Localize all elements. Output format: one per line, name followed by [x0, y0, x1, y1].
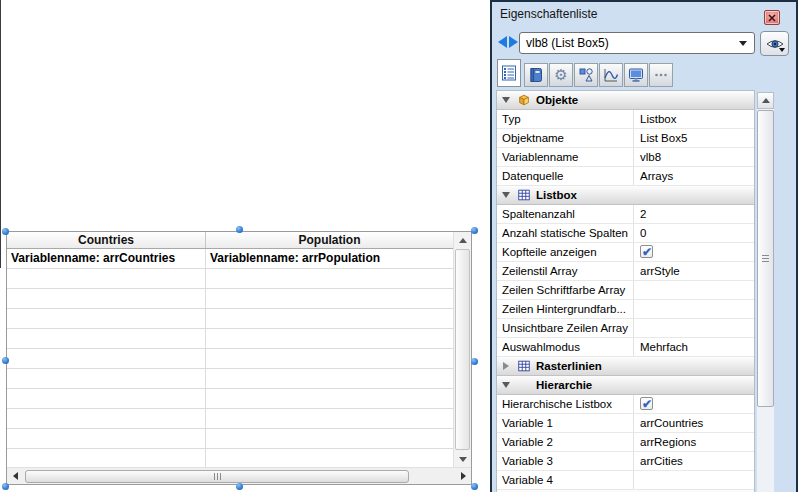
horizontal-scroll-thumb[interactable]: [25, 470, 409, 483]
property-row[interactable]: ObjektnameList Box5: [497, 129, 754, 148]
listbox-horizontal-scrollbar[interactable]: [7, 467, 471, 484]
scroll-down-button[interactable]: [454, 451, 471, 467]
section-row-objekte[interactable]: Objekte: [497, 91, 754, 110]
property-value[interactable]: List Box5: [633, 129, 754, 147]
property-label: Variable 3: [497, 452, 633, 470]
property-label: Auswahlmodus: [497, 338, 633, 356]
close-button[interactable]: [764, 10, 780, 25]
property-value[interactable]: vlb8: [633, 148, 754, 166]
property-label: Objektname: [497, 129, 633, 147]
property-row[interactable]: Variablennamevlb8: [497, 148, 754, 167]
listbox-empty-row[interactable]: [7, 309, 453, 329]
listbox-vertical-scrollbar[interactable]: [453, 232, 471, 467]
section-row-listbox[interactable]: Listbox: [497, 186, 754, 205]
tab-curve[interactable]: [599, 63, 623, 87]
property-row[interactable]: AuswahlmodusMehrfach: [497, 338, 754, 357]
tab-shapes[interactable]: [574, 63, 598, 87]
tab-monitor[interactable]: [624, 63, 648, 87]
listbox-empty-row[interactable]: [7, 329, 453, 349]
column-header-countries[interactable]: Countries: [7, 232, 206, 248]
property-row[interactable]: Variable 4: [497, 471, 754, 490]
scroll-left-button[interactable]: [7, 468, 23, 485]
tab-ellipsis[interactable]: [649, 63, 673, 87]
previous-object-icon[interactable]: [498, 36, 507, 48]
tab-properties-list[interactable]: [497, 59, 521, 87]
property-label: Zeilen Hintergrundfarb...: [497, 300, 633, 318]
view-options-button[interactable]: [760, 31, 789, 56]
property-row[interactable]: Zeilen Schriftfarbe Array: [497, 281, 754, 300]
listbox-empty-row[interactable]: [7, 289, 453, 309]
property-value[interactable]: [633, 471, 754, 489]
property-row[interactable]: Kopfteile anzeigen✔: [497, 243, 754, 262]
selection-handle-top-left[interactable]: [2, 228, 9, 235]
selection-handle-bottom-center[interactable]: [236, 483, 243, 490]
expand-icon[interactable]: [503, 362, 509, 370]
section-label: Hierarchie: [533, 379, 592, 391]
property-row[interactable]: Variable 2arrRegions: [497, 433, 754, 452]
tab-book[interactable]: [524, 63, 548, 87]
category-tabstrip: ⚙: [497, 59, 674, 87]
section-row-rasterlinien[interactable]: Rasterlinien: [497, 357, 754, 376]
scroll-up-button[interactable]: [454, 232, 471, 248]
panel-scrollbar[interactable]: [757, 92, 774, 492]
object-selector-combobox[interactable]: vlb8 (List Box5): [519, 32, 755, 54]
property-value[interactable]: arrRegions: [633, 433, 754, 451]
checkbox[interactable]: ✔: [640, 397, 653, 410]
property-value: ✔: [633, 243, 754, 261]
selection-handle-mid-left[interactable]: [2, 357, 9, 364]
property-value: ✔: [633, 395, 754, 413]
collapse-icon[interactable]: [502, 97, 510, 103]
listbox-empty-row[interactable]: [7, 449, 453, 467]
selection-handle-top-right[interactable]: [471, 227, 478, 234]
listbox-empty-row[interactable]: [7, 369, 453, 389]
property-row[interactable]: Variable 1arrCountries: [497, 414, 754, 433]
property-value[interactable]: [633, 319, 754, 337]
collapse-icon[interactable]: [502, 192, 510, 198]
listbox-control[interactable]: Countries Population Variablenname: arrC…: [6, 231, 472, 485]
selection-handle-bottom-left[interactable]: [2, 483, 9, 490]
selection-handle-bottom-right[interactable]: [471, 483, 478, 490]
listbox-empty-cell: [7, 449, 206, 467]
property-row[interactable]: Zeilenstil ArrayarrStyle: [497, 262, 754, 281]
checkbox[interactable]: ✔: [640, 245, 653, 258]
selection-handle-top-center[interactable]: [236, 226, 243, 233]
property-row[interactable]: Variable 3arrCities: [497, 452, 754, 471]
scroll-right-button[interactable]: [455, 468, 471, 485]
property-value[interactable]: [633, 281, 754, 299]
property-value[interactable]: arrStyle: [633, 262, 754, 280]
property-value[interactable]: [633, 300, 754, 318]
property-row[interactable]: Zeilen Hintergrundfarb...: [497, 300, 754, 319]
listbox-empty-row[interactable]: [7, 349, 453, 369]
listbox-empty-row[interactable]: [7, 269, 453, 289]
property-row[interactable]: Spaltenanzahl2: [497, 205, 754, 224]
listbox-empty-row[interactable]: [7, 429, 453, 449]
listbox-grid: Countries Population Variablenname: arrC…: [7, 232, 453, 467]
property-value[interactable]: Mehrfach: [633, 338, 754, 356]
section-row-hierarchie[interactable]: Hierarchie: [497, 376, 754, 395]
property-row[interactable]: Hierarchische Listbox✔: [497, 395, 754, 414]
property-row[interactable]: Unsichtbare Zeilen Array: [497, 319, 754, 338]
property-row[interactable]: DatenquelleArrays: [497, 167, 754, 186]
scroll-up-button[interactable]: [757, 92, 774, 109]
listbox-empty-row[interactable]: [7, 409, 453, 429]
property-value[interactable]: arrCountries: [633, 414, 754, 432]
chevron-down-icon: [779, 48, 785, 52]
listbox-variable-row[interactable]: Variablenname: arrCountries Variablennam…: [7, 249, 453, 269]
property-value[interactable]: 2: [633, 205, 754, 223]
property-value[interactable]: arrCities: [633, 452, 754, 470]
property-value[interactable]: Arrays: [633, 167, 754, 185]
panel-scroll-thumb[interactable]: [757, 110, 774, 407]
package-icon: [515, 93, 533, 107]
tab-gear[interactable]: ⚙: [549, 63, 573, 87]
collapse-icon[interactable]: [502, 382, 510, 388]
column-header-population[interactable]: Population: [206, 232, 453, 248]
next-object-icon[interactable]: [509, 36, 518, 48]
listbox-empty-row[interactable]: [7, 389, 453, 409]
selection-handle-mid-right[interactable]: [471, 358, 478, 365]
vertical-scroll-thumb[interactable]: [455, 249, 470, 450]
property-value[interactable]: 0: [633, 224, 754, 242]
listbox-empty-cell: [206, 389, 453, 408]
property-row[interactable]: Anzahl statische Spalten0: [497, 224, 754, 243]
property-row[interactable]: TypListbox: [497, 110, 754, 129]
property-value[interactable]: Listbox: [633, 110, 754, 128]
